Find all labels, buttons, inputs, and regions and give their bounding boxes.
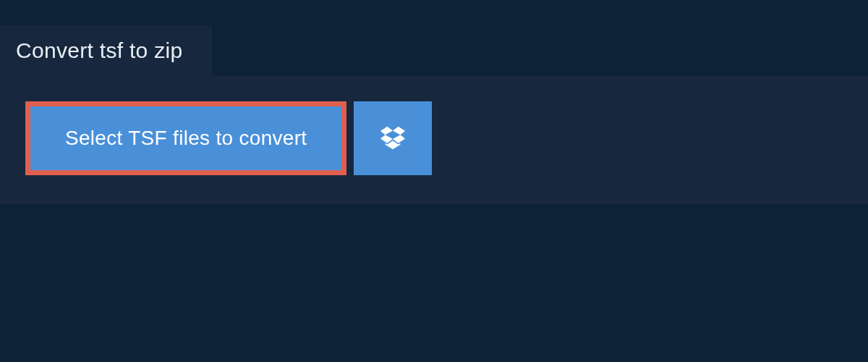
content-panel: Select TSF files to convert: [0, 76, 868, 204]
dropbox-button[interactable]: [354, 101, 432, 175]
svg-marker-3: [393, 135, 405, 143]
svg-marker-0: [380, 127, 393, 135]
tab-label: Convert tsf to zip: [16, 38, 183, 62]
tab-bar: Convert tsf to zip: [0, 0, 868, 76]
button-row: Select TSF files to convert: [25, 101, 843, 175]
svg-marker-1: [393, 127, 405, 135]
tab-convert[interactable]: Convert tsf to zip: [0, 25, 212, 76]
select-files-label: Select TSF files to convert: [65, 127, 307, 150]
dropbox-icon: [379, 125, 407, 152]
svg-marker-2: [380, 135, 393, 143]
select-files-button[interactable]: Select TSF files to convert: [30, 106, 341, 170]
select-button-highlight: Select TSF files to convert: [25, 101, 346, 175]
